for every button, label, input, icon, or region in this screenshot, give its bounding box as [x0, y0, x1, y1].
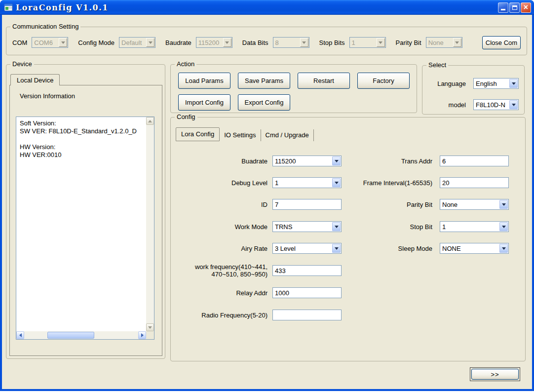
chevron-down-icon[interactable] — [59, 38, 67, 47]
communication-setting-group: Communication Setting COM COM6 Config Mo… — [6, 27, 527, 55]
chevron-down-icon[interactable] — [332, 244, 341, 253]
id-input[interactable] — [272, 199, 342, 210]
debug-level-select[interactable]: 1 — [272, 177, 342, 188]
language-select[interactable]: English — [473, 78, 519, 89]
close-icon: × — [524, 3, 528, 11]
maximize-button[interactable] — [509, 2, 520, 13]
stop-bits-label: Stop Bits — [319, 39, 345, 46]
chevron-down-icon[interactable] — [223, 38, 231, 47]
chevron-down-icon[interactable] — [332, 178, 341, 187]
stop-bits-select[interactable]: 1 — [349, 37, 386, 48]
work-frequency-input[interactable] — [272, 265, 342, 276]
tab-io-settings[interactable]: IO Settings — [220, 129, 261, 141]
comm-parity-value: None — [428, 39, 444, 46]
maximize-icon — [512, 5, 517, 10]
comm-baudrate-select[interactable]: 115200 — [196, 37, 232, 48]
restart-button[interactable]: Restart — [298, 73, 350, 89]
tab-local-device-label: Local Device — [17, 77, 53, 84]
communication-setting-title: Communication Setting — [10, 23, 80, 30]
id-label: ID — [176, 199, 267, 210]
scroll-left-button[interactable] — [16, 331, 24, 339]
scroll-right-button[interactable] — [138, 331, 146, 339]
config-group-title: Config — [175, 113, 197, 120]
scroll-up-button[interactable] — [146, 117, 154, 125]
relay-addr-input[interactable] — [272, 287, 342, 298]
debug-level-label: Debug Level — [176, 177, 267, 188]
stop-bit-select[interactable]: 1 — [440, 221, 509, 232]
com-port-select[interactable]: COM6 — [32, 37, 68, 48]
load-params-button[interactable]: Load Params — [178, 73, 230, 89]
stop-bit-label: Stop Bit — [341, 221, 432, 232]
chevron-down-icon[interactable] — [499, 244, 508, 253]
tab-local-device[interactable]: Local Device — [10, 74, 60, 85]
com-port-value: COM6 — [34, 39, 53, 46]
comm-baudrate-value: 115200 — [198, 39, 219, 46]
com-label: COM — [12, 39, 27, 46]
work-mode-select[interactable]: TRNS — [272, 221, 342, 232]
select-group: Select Language English model F8L10D-N — [422, 65, 525, 115]
buadrate-value: 115200 — [275, 157, 296, 165]
chevron-down-icon[interactable] — [509, 100, 518, 109]
horizontal-scrollbar[interactable] — [16, 331, 146, 339]
data-bits-select[interactable]: 8 — [273, 37, 309, 48]
tab-cmd-upgrade[interactable]: Cmd / Upgrade — [261, 129, 314, 141]
minimize-button[interactable] — [498, 2, 508, 13]
tab-lora-config[interactable]: Lora Config — [176, 127, 220, 141]
model-select[interactable]: F8L10D-N — [473, 99, 519, 110]
sleep-mode-select[interactable]: NONE — [440, 243, 509, 254]
export-config-button[interactable]: Export Config — [238, 94, 290, 111]
config-mode-select[interactable]: Default — [119, 37, 155, 48]
frame-interval-label: Frame Interval(1-65535) — [341, 177, 432, 188]
chevron-down-icon[interactable] — [377, 38, 385, 47]
scroll-down-button[interactable] — [146, 323, 154, 331]
arrow-left-icon — [19, 333, 22, 337]
radio-frequency-input[interactable] — [272, 310, 342, 320]
factory-button[interactable]: Factory — [357, 73, 410, 89]
scrollbar-thumb[interactable] — [47, 332, 94, 339]
chevron-down-icon[interactable] — [332, 222, 341, 231]
chevron-down-icon[interactable] — [499, 222, 508, 231]
buadrate-field-label: Buadrate — [176, 156, 267, 166]
import-config-button[interactable]: Import Config — [178, 94, 230, 111]
stop-bit-value: 1 — [442, 223, 446, 231]
frame-interval-input[interactable] — [440, 177, 509, 188]
work-frequency-label: work frequency(410~441, 470~510, 850~950… — [176, 265, 267, 276]
chevron-down-icon[interactable] — [453, 38, 461, 47]
chevron-down-icon[interactable] — [300, 38, 308, 47]
radio-frequency-label: Radio Frequency(5-20) — [176, 310, 267, 320]
chevron-down-icon[interactable] — [332, 157, 341, 165]
device-group-title: Device — [10, 60, 34, 68]
work-mode-label: Work Mode — [176, 221, 267, 232]
vertical-scrollbar[interactable] — [146, 117, 154, 331]
trans-addr-input[interactable] — [440, 156, 509, 166]
chevron-down-icon[interactable] — [499, 200, 508, 209]
parity-bit-label: Parity Bit — [396, 39, 421, 46]
data-bits-value: 8 — [275, 39, 279, 46]
chevron-down-icon[interactable] — [509, 79, 518, 88]
app-window: LoraConfig V1.0.1 × Communication Settin… — [0, 0, 534, 391]
config-mode-label: Config Mode — [78, 39, 114, 46]
next-button[interactable]: >> — [471, 369, 519, 380]
relay-addr-label: Relay Addr — [176, 287, 267, 298]
save-params-button[interactable]: Save Params — [238, 73, 290, 89]
airy-rate-select[interactable]: 3 Level — [272, 243, 342, 254]
arrow-up-icon — [148, 120, 152, 122]
airy-rate-value: 3 Level — [275, 245, 296, 252]
config-mode-value: Default — [121, 39, 142, 46]
title-bar[interactable]: LoraConfig V1.0.1 × — [0, 0, 534, 15]
buadrate-select[interactable]: 115200 — [272, 156, 342, 166]
trans-addr-label: Trans Addr — [341, 156, 432, 166]
data-bits-label: Data Bits — [242, 39, 268, 46]
debug-level-value: 1 — [275, 179, 278, 187]
stop-bits-value: 1 — [352, 39, 355, 46]
parity-bit-select[interactable]: None — [440, 199, 509, 210]
chevron-down-icon[interactable] — [146, 38, 154, 47]
close-button[interactable]: × — [521, 2, 531, 13]
close-com-button[interactable]: Close Com — [482, 36, 521, 49]
work-mode-value: TRNS — [275, 223, 292, 231]
version-info-box[interactable]: Soft Version: SW VER: F8L10D-E_Standard_… — [16, 117, 154, 340]
parity-bit-value: None — [442, 201, 458, 208]
model-label: model — [449, 101, 466, 109]
comm-parity-select[interactable]: None — [426, 37, 462, 48]
arrow-down-icon — [148, 326, 152, 329]
